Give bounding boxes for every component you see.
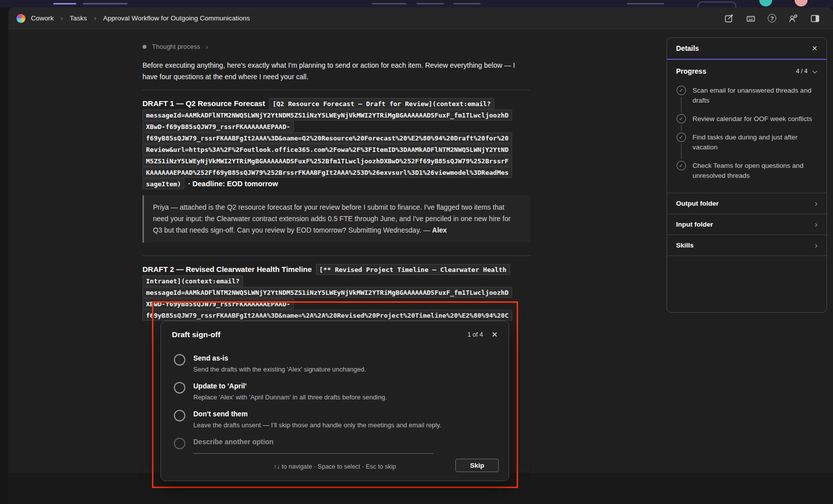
progress-header[interactable]: Progress 4 / 4 <box>676 67 818 76</box>
dialog-footer: ↑↓ to navigate · Space to select · Esc t… <box>161 459 509 475</box>
browser-tab-hint <box>453 3 481 4</box>
option-send-as-is[interactable]: Send as-is Send the drafts with the exis… <box>174 354 496 374</box>
progress-step: ✓ Review calendar for OOF week conflicts <box>676 114 818 132</box>
section-label: Input folder <box>676 221 713 228</box>
progress-step: ✓ Scan email for unanswered threads and … <box>676 86 818 114</box>
draft2-code-line: Intranet](context:email? <box>142 275 243 286</box>
app-header: Cowork › Tasks › Approval Workflow for O… <box>8 7 833 29</box>
progress-label: Progress <box>676 67 796 75</box>
divider <box>142 90 530 90</box>
quote-author: Alex <box>432 226 447 234</box>
breadcrumb-app[interactable]: Cowork <box>31 14 54 22</box>
option-description: Send the drafts with the existing 'Alex'… <box>193 365 366 374</box>
compose-icon[interactable] <box>724 13 734 23</box>
dialog-options: Send as-is Send the drafts with the exis… <box>161 342 509 454</box>
draft1-code-line: [Q2 Resource Forecast — Draft for Review… <box>269 98 494 109</box>
chevron-right-icon: › <box>93 14 98 22</box>
details-sections: Output folder › Input folder › Skills › <box>667 193 827 256</box>
browser-tab-hint <box>372 3 407 4</box>
status-dot-icon <box>142 45 146 49</box>
breadcrumb-section[interactable]: Tasks <box>70 14 87 22</box>
header-actions: ? <box>724 13 820 23</box>
option-title: Describe another option <box>193 437 433 447</box>
browser-searchbox-edge <box>697 1 736 7</box>
option-title: Don't send them <box>193 409 441 419</box>
chevron-down-icon[interactable] <box>812 67 818 76</box>
progress-step: ✓ Check Teams for open questions and unr… <box>676 161 818 184</box>
browser-tab-hint <box>53 3 76 4</box>
draft1-code-line: messageId=AAMkADFlNTM2NWQ5LWNjY2YtNDM5ZS… <box>142 110 512 121</box>
draft1-block: DRAFT 1 — Q2 Resource Forecast[Q2 Resour… <box>142 98 530 243</box>
app-window: Cowork › Tasks › Approval Workflow for O… <box>8 7 833 504</box>
progress-step-label: Check Teams for open questions and unres… <box>693 161 818 184</box>
radio-icon[interactable] <box>174 382 185 393</box>
option-describe-another[interactable]: Describe another option <box>174 437 496 454</box>
section-label: Skills <box>676 242 694 249</box>
section-skills[interactable]: Skills › <box>667 235 827 256</box>
draft2-code-line: messageId=AAMkADFlNTM2NWQ5LWNjY2YtNDM5ZS… <box>142 287 512 298</box>
avatar <box>795 0 808 6</box>
draft1-code-line: sageItem) <box>142 178 184 189</box>
intro-paragraph: Before executing anything, here's exactl… <box>142 60 530 83</box>
chevron-right-icon: › <box>815 201 818 207</box>
radio-icon[interactable] <box>174 410 185 421</box>
option-description: Leave the drafts unsent — I'll skip thos… <box>193 421 441 430</box>
chevron-right-icon: › <box>206 42 208 51</box>
draft1-code-line: KAAAAAAEPAAD%252Ff69yB85sQJW79%252BrssrF… <box>142 167 512 178</box>
divider <box>142 255 530 256</box>
dialog-step-counter: 1 of 4 <box>467 331 483 338</box>
browser-strip <box>0 0 833 7</box>
draft1-code-line: Review&url=https%3A%2F%2Foutlook.office3… <box>142 144 512 155</box>
draft-signoff-dialog: Draft sign-off 1 of 4 ✕ Send as-is Send … <box>160 321 509 481</box>
layout-panel-icon[interactable] <box>810 13 820 23</box>
progress-step: ✓ Find tasks due during and just after v… <box>676 132 818 161</box>
help-icon[interactable]: ? <box>768 14 776 22</box>
draft1-code-line: M5ZS1iNzY5LWEyNjVkMWI2YTRiMgBGAAAAAADSFu… <box>142 155 512 166</box>
check-circle-icon: ✓ <box>677 132 686 142</box>
thought-process-toggle[interactable]: Thought process › <box>142 42 530 51</box>
progress-badge: 4 / 4 <box>796 68 808 75</box>
close-icon[interactable]: ✕ <box>491 330 498 339</box>
progress-step-label: Find tasks due during and just after vac… <box>693 132 818 161</box>
step-connector <box>681 143 682 159</box>
details-panel-header: Details ✕ <box>667 38 827 60</box>
keyboard-icon[interactable] <box>746 13 756 23</box>
chevron-right-icon: › <box>815 243 818 249</box>
cowork-logo-icon <box>16 14 25 23</box>
draft1-deadline: · Deadline: EOD tomorrow <box>188 180 278 188</box>
check-circle-icon: ✓ <box>677 161 686 170</box>
free-text-input[interactable] <box>193 448 433 454</box>
radio-icon[interactable] <box>174 438 185 449</box>
avatar <box>759 0 772 6</box>
progress-section: Progress 4 / 4 ✓ Scan email for unanswer… <box>667 60 827 186</box>
draft1-code-line: f69yB85sQJW79_rssrFKAABFgIt2AAA%3D&name=… <box>142 132 512 143</box>
section-output-folder[interactable]: Output folder › <box>667 193 827 214</box>
browser-tab-hint <box>83 3 128 4</box>
section-input-folder[interactable]: Input folder › <box>667 214 827 235</box>
draft2-code-line: [** Revised Project Timeline — Clearwate… <box>316 264 510 275</box>
dialog-header: Draft sign-off 1 of 4 ✕ <box>161 321 509 342</box>
breadcrumb: Cowork › Tasks › Approval Workflow for O… <box>16 14 250 23</box>
option-update-to-april[interactable]: Update to 'April' Replace 'Alex' with 'A… <box>174 381 496 402</box>
quote-text: Priya — attached is the Q2 resource fore… <box>153 203 511 234</box>
step-connector <box>681 97 682 113</box>
radio-icon[interactable] <box>174 354 185 366</box>
draft1-code-line: XBwD-f69yB85sQJW79_rssrFKAAAAAAEPAAD- <box>142 121 294 132</box>
option-title: Send as-is <box>193 354 366 363</box>
thought-process-label: Thought process <box>152 43 200 50</box>
draft1-title: DRAFT 1 — Q2 Resource Forecast <box>142 99 265 108</box>
browser-tab-hint <box>627 3 664 4</box>
option-dont-send[interactable]: Don't send them Leave the drafts unsent … <box>174 409 496 430</box>
chevron-right-icon: › <box>59 14 64 22</box>
browser-tab-hint <box>416 3 444 4</box>
keyboard-hint: ↑↓ to navigate · Space to select · Esc t… <box>274 463 396 470</box>
progress-step-label: Scan email for unanswered threads and dr… <box>693 86 818 114</box>
chevron-right-icon: › <box>815 222 818 228</box>
close-icon[interactable]: ✕ <box>812 44 818 52</box>
draft2-title: DRAFT 2 — Revised Clearwater Health Time… <box>142 265 312 273</box>
details-panel: Details ✕ Progress 4 / 4 ✓ Scan email fo… <box>667 37 827 313</box>
screen: Cowork › Tasks › Approval Workflow for O… <box>0 0 833 504</box>
skip-button[interactable]: Skip <box>455 459 499 472</box>
people-share-icon[interactable] <box>788 13 798 23</box>
option-description: Replace 'Alex' with 'April Dunnam' in al… <box>193 393 387 402</box>
